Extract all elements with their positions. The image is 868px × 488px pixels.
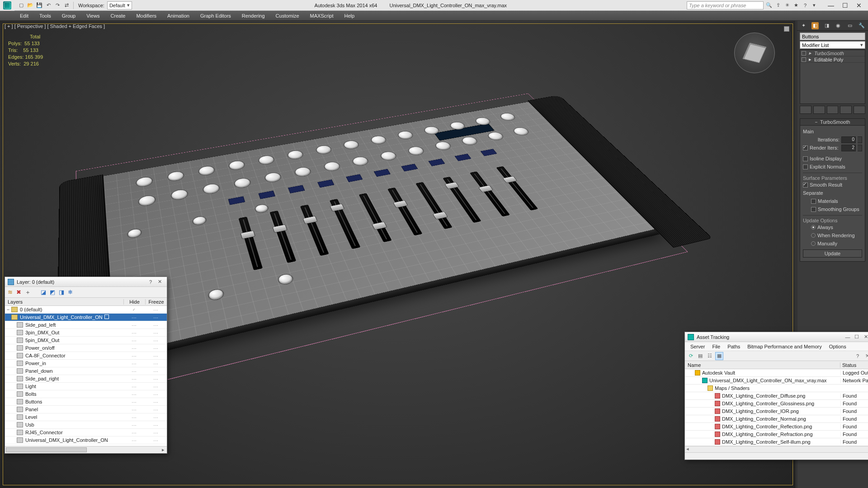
asset-menu-options[interactable]: Options: [826, 344, 849, 349]
layer-dialog-help-button[interactable]: ?: [146, 279, 155, 285]
col-asset-name[interactable]: Name: [685, 362, 840, 368]
menu-customize[interactable]: Customize: [270, 11, 305, 20]
asset-dialog-minimize-button[interactable]: —: [843, 334, 852, 340]
search-icon[interactable]: 🔍: [765, 2, 773, 9]
layer-row[interactable]: Light------: [5, 383, 167, 390]
modifier-stack[interactable]: ▸TurboSmooth▸Editable Poly: [800, 50, 865, 104]
stack-item[interactable]: ▸Editable Poly: [800, 56, 865, 63]
viewport-label[interactable]: [ + ] [ Perspective ] [ Shaded + Edged F…: [5, 23, 105, 29]
asset-row[interactable]: Maps / Shaders: [685, 385, 868, 392]
asset-row[interactable]: Autodesk VaultLogged Out: [685, 369, 868, 377]
maximize-button[interactable]: ☐: [842, 2, 848, 9]
layer-row[interactable]: Power_in------: [5, 360, 167, 367]
create-tab-icon[interactable]: ✦: [800, 22, 807, 29]
asset-menu-server[interactable]: Server: [688, 344, 708, 349]
subscription-icon[interactable]: ⇪: [774, 2, 782, 9]
iterations-spinner-arrows[interactable]: [858, 136, 862, 143]
layer-dialog-titlebar[interactable]: Layer: 0 (default) ? ✕: [5, 277, 167, 287]
menu-tools[interactable]: Tools: [34, 11, 57, 20]
exchange-icon[interactable]: ✳: [783, 2, 791, 9]
asset-row[interactable]: DMX_Lighting_Controller_Self-illum.pngFo…: [685, 438, 868, 446]
iterations-spinner[interactable]: 0: [841, 136, 856, 143]
layer-row[interactable]: Side_pad_right------: [5, 375, 167, 383]
stack-item[interactable]: ▸TurboSmooth: [800, 50, 865, 56]
layer-row[interactable]: Universal_DMX_Light_Controller_ON------: [5, 436, 167, 444]
asset-list[interactable]: Autodesk VaultLogged OutUniversal_DMX_Li…: [685, 369, 868, 446]
layer-row[interactable]: Buttons------: [5, 398, 167, 406]
menu-views[interactable]: Views: [81, 11, 105, 20]
layer-row[interactable]: Power_on/off------: [5, 344, 167, 352]
stack-visibility-icon[interactable]: [802, 51, 806, 56]
asset-row[interactable]: DMX_Lighting_Controller_IOR.pngFound: [685, 408, 868, 415]
save-icon[interactable]: 💾: [35, 1, 43, 9]
stack-visibility-icon[interactable]: [802, 57, 806, 62]
hierarchy-tab-icon[interactable]: ◨: [823, 22, 830, 29]
layer-row[interactable]: Panel------: [5, 406, 167, 413]
motion-tab-icon[interactable]: ◉: [835, 22, 842, 29]
when-rendering-radio[interactable]: [811, 233, 816, 238]
smooth-result-checkbox[interactable]: [803, 183, 808, 188]
refresh-icon[interactable]: ⟳: [687, 352, 695, 360]
layer-row[interactable]: −0 (default)✓---: [5, 306, 167, 314]
asset-tracking-dialog[interactable]: Asset Tracking — ☐ ✕ ServerFilePathsBitm…: [684, 332, 868, 460]
layer-row[interactable]: CA-8F_Connector------: [5, 352, 167, 360]
asset-horizontal-scrollbar[interactable]: [685, 446, 868, 452]
layer-row[interactable]: Panel_down------: [5, 367, 167, 375]
freeze-unfreeze-icon[interactable]: ❄: [68, 289, 73, 296]
table-view-icon[interactable]: ▦: [715, 352, 723, 360]
menu-edit[interactable]: Edit: [14, 11, 34, 20]
menu-maxscript[interactable]: MAXScript: [305, 11, 339, 20]
update-button[interactable]: Update: [803, 249, 862, 258]
layer-row[interactable]: Level------: [5, 413, 167, 421]
layer-list[interactable]: −0 (default)✓---−Universal_DMX_Light_Con…: [5, 306, 167, 446]
asset-dialog-titlebar[interactable]: Asset Tracking — ☐ ✕: [685, 332, 868, 342]
viewcube[interactable]: [734, 33, 775, 73]
display-tab-icon[interactable]: ▭: [846, 22, 854, 29]
highlight-selected-icon[interactable]: ◩: [50, 289, 55, 296]
link-icon[interactable]: ⇄: [62, 1, 71, 9]
open-icon[interactable]: 📂: [26, 1, 34, 9]
workspace-selector[interactable]: Default: [107, 1, 132, 9]
col-hide[interactable]: Hide: [123, 299, 145, 305]
materials-checkbox[interactable]: [811, 199, 816, 204]
asset-row[interactable]: DMX_Lighting_Controller_Glossiness.pngFo…: [685, 400, 868, 408]
menu-create[interactable]: Create: [105, 11, 131, 20]
asset-menu-file[interactable]: File: [709, 344, 723, 349]
menu-help[interactable]: Help: [339, 11, 360, 20]
asset-menu-bitmap-performance-and-memory[interactable]: Bitmap Performance and Memory: [745, 344, 824, 349]
add-to-layer-icon[interactable]: ＋: [25, 288, 31, 296]
layer-manager-dialog[interactable]: Layer: 0 (default) ? ✕ ≋ ✖ ＋ ◪ ◩ ◨ ❄ Lay…: [5, 277, 167, 454]
asset-row[interactable]: Universal_DMX_Light_Controller_ON_max_vr…: [685, 377, 868, 385]
manually-radio[interactable]: [811, 241, 816, 246]
minimize-button[interactable]: —: [828, 2, 834, 9]
menu-animation[interactable]: Animation: [162, 11, 195, 20]
asset-row[interactable]: DMX_Lighting_Controller_Diffuse.pngFound: [685, 392, 868, 400]
menu-graph-editors[interactable]: Graph Editors: [195, 11, 236, 20]
render-iters-checkbox[interactable]: [803, 145, 808, 150]
modifier-list-dropdown[interactable]: Modifier List: [800, 41, 865, 49]
asset-row[interactable]: DMX_Lighting_Controller_Normal.pngFound: [685, 415, 868, 423]
layer-row[interactable]: Side_pad_left------: [5, 321, 167, 329]
favorites-icon[interactable]: ★: [793, 2, 800, 9]
utilities-tab-icon[interactable]: 🔧: [858, 22, 865, 29]
asset-dialog-close-button[interactable]: ✕: [861, 334, 868, 340]
asset-lock-icon[interactable]: ⤧: [863, 352, 868, 360]
menu-modifiers[interactable]: Modifiers: [131, 11, 162, 20]
help-dropdown-icon[interactable]: ▾: [811, 2, 818, 9]
modify-tab-icon[interactable]: ◧: [811, 22, 819, 29]
application-menu-button[interactable]: [0, 0, 14, 11]
layer-row[interactable]: Bolts------: [5, 390, 167, 398]
tree-view-icon[interactable]: ☷: [706, 352, 714, 360]
asset-row[interactable]: DMX_Lighting_Controller_Refraction.pngFo…: [685, 431, 868, 438]
layer-dialog-close-button[interactable]: ✕: [155, 279, 164, 285]
select-highlight-icon[interactable]: ◪: [41, 289, 46, 296]
layer-row[interactable]: 5pin_DMX_Out------: [5, 337, 167, 344]
redo-icon[interactable]: ↷: [53, 1, 61, 9]
show-end-result-icon[interactable]: [813, 106, 825, 114]
configure-sets-icon[interactable]: [854, 106, 865, 114]
layer-row[interactable]: Usb------: [5, 421, 167, 429]
explicit-normals-checkbox[interactable]: [803, 164, 808, 169]
smoothing-groups-checkbox[interactable]: [811, 207, 816, 212]
new-layer-icon[interactable]: ≋: [8, 289, 13, 296]
make-unique-icon[interactable]: [827, 106, 839, 114]
